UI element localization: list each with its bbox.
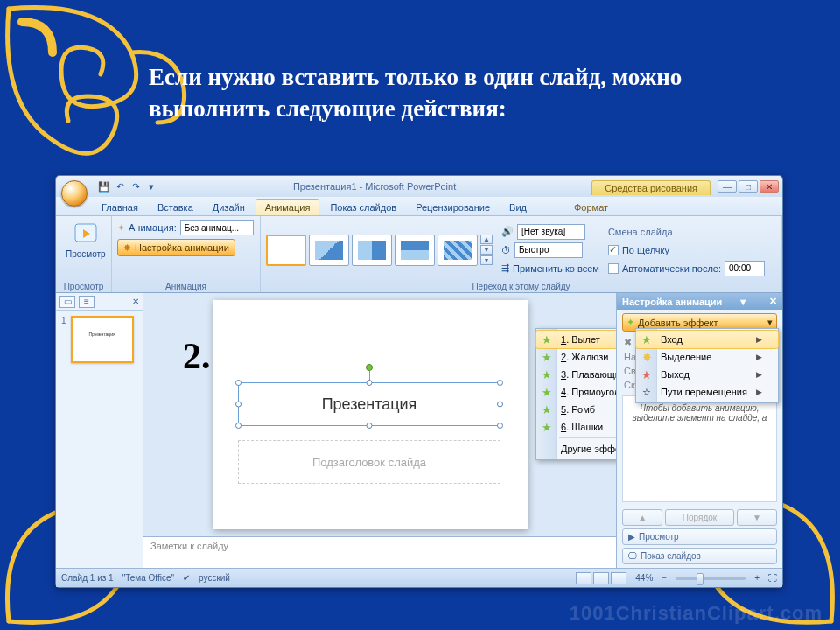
more-effects-item[interactable]: Другие эффекты...	[536, 440, 616, 458]
notes-pane[interactable]: Заметки к слайду	[144, 536, 616, 568]
category-exit[interactable]: ★ Выход▶	[636, 366, 778, 383]
tab-home[interactable]: Главная	[93, 200, 147, 215]
auto-after-time[interactable]	[724, 261, 765, 276]
resize-handle[interactable]	[367, 423, 373, 429]
save-icon[interactable]: 💾	[98, 180, 110, 192]
transition-item[interactable]	[438, 234, 478, 266]
spellcheck-icon[interactable]: ✔	[183, 573, 190, 583]
rotate-handle[interactable]	[366, 364, 373, 371]
effect-item-float[interactable]: ★ 3. Плавающий	[536, 366, 616, 383]
fit-to-window-button[interactable]: ⛶	[768, 573, 777, 583]
subtitle-placeholder[interactable]: Подзаголовок слайда	[238, 440, 500, 484]
play-icon: ▶	[628, 532, 635, 542]
transition-gallery[interactable]: ▲▼▾	[266, 234, 493, 266]
contextual-tab-title: Средства рисования	[592, 180, 710, 195]
normal-view-button[interactable]	[576, 572, 592, 584]
title-placeholder[interactable]: Презентация	[238, 382, 500, 426]
transition-item[interactable]	[395, 234, 435, 266]
effect-icon: ★	[541, 421, 553, 433]
effect-item-fly[interactable]: ★ 1. Вылет	[536, 331, 616, 348]
resize-handle[interactable]	[497, 380, 503, 386]
instruction-heading: Если нужно вставить только в один слайд,…	[149, 61, 761, 125]
dropdown-arrow-icon: ▾	[767, 317, 773, 328]
slides-tab[interactable]: ▭	[60, 296, 75, 308]
transition-item[interactable]	[309, 234, 349, 266]
slide-canvas[interactable]: Презентация Подзаголовок слайда	[214, 300, 528, 529]
resize-handle[interactable]	[235, 402, 242, 408]
resize-handle[interactable]	[497, 402, 503, 408]
title-bar: 💾 ↶ ↷ ▾ Презентация1 - Microsoft PowerPo…	[56, 176, 782, 197]
on-click-checkbox[interactable]	[608, 245, 619, 256]
undo-icon[interactable]: ↶	[114, 180, 126, 192]
resize-handle[interactable]	[497, 423, 503, 429]
panel-close-icon[interactable]: ✕	[132, 297, 139, 306]
tab-slideshow[interactable]: Показ слайдов	[321, 200, 405, 215]
reorder-up-button: ▲	[622, 509, 662, 526]
order-button: Порядок	[665, 509, 734, 526]
zoom-in-button[interactable]: +	[754, 573, 760, 583]
zoom-slider[interactable]	[676, 577, 746, 580]
apply-all-icon: ⇶	[501, 262, 509, 274]
title-text[interactable]: Презентация	[322, 396, 417, 414]
view-buttons	[576, 572, 626, 584]
ribbon: Просмотр Просмотр ✦ Анимация: ✸ Настройк…	[56, 216, 782, 293]
resize-handle[interactable]	[367, 380, 373, 386]
minimize-button[interactable]: —	[718, 180, 737, 192]
transition-speed-combo[interactable]	[514, 242, 583, 258]
slide-canvas-area[interactable]: 2. Презентация	[144, 293, 616, 536]
thumb-number: 1	[61, 316, 66, 326]
transition-none[interactable]	[266, 234, 306, 266]
maximize-button[interactable]: □	[738, 180, 758, 192]
preview-button[interactable]: Просмотр	[61, 219, 110, 262]
on-click-label: По щелчку	[622, 245, 669, 256]
zoom-percent[interactable]: 44%	[635, 573, 653, 583]
close-button[interactable]: ✕	[760, 180, 779, 192]
effect-item-box[interactable]: ★ 4. Прямоугольник	[536, 383, 616, 401]
custom-animation-button[interactable]: ✸ Настройка анимации	[117, 239, 235, 256]
category-entrance[interactable]: ★ Вход▶	[636, 331, 778, 348]
emphasis-icon: ✸	[640, 351, 653, 363]
redo-icon[interactable]: ↷	[130, 180, 142, 192]
sorter-view-button[interactable]	[593, 572, 609, 584]
taskpane-menu-icon[interactable]: ▼	[738, 297, 748, 307]
speed-icon: ⏱	[501, 245, 511, 256]
slide-counter: Слайд 1 из 1	[61, 573, 114, 583]
theme-name: "Тема Office"	[122, 573, 174, 583]
tab-insert[interactable]: Вставка	[149, 200, 202, 215]
category-motion-path[interactable]: ☆ Пути перемещения▶	[636, 383, 778, 401]
tab-review[interactable]: Рецензирование	[407, 200, 499, 215]
slideshow-view-button[interactable]	[611, 572, 626, 584]
category-emphasis[interactable]: ✸ Выделение▶	[636, 348, 778, 366]
transition-sound-combo[interactable]	[517, 224, 585, 240]
gallery-scroll[interactable]: ▲▼▾	[480, 234, 493, 265]
tab-format[interactable]: Формат	[565, 200, 617, 215]
effect-category-menu: ★ Вход▶ ✸ Выделение▶ ★ Выход▶ ☆ Пути пер…	[635, 328, 779, 403]
tab-design[interactable]: Дизайн	[204, 200, 254, 215]
slide-thumbnail[interactable]: Презентация	[71, 316, 134, 363]
zoom-out-button[interactable]: −	[662, 573, 667, 583]
auto-after-checkbox[interactable]	[608, 263, 619, 274]
advance-header: Смена слайда	[608, 223, 765, 241]
sound-icon: 🔊	[501, 226, 514, 237]
qat-dropdown-icon[interactable]: ▾	[145, 180, 158, 192]
effect-item-blinds[interactable]: ★ 2. Жалюзи	[536, 348, 616, 366]
add-effect-star-icon: ✦	[626, 317, 634, 328]
taskpane-close-icon[interactable]: ✕	[769, 296, 777, 307]
gear-star-icon: ✸	[123, 242, 131, 254]
transition-item[interactable]	[352, 234, 392, 266]
remove-icon: ✖	[624, 337, 632, 348]
taskpane-preview-button[interactable]: ▶Просмотр	[622, 528, 777, 545]
resize-handle[interactable]	[235, 423, 242, 429]
effect-icon: ★	[541, 333, 553, 346]
effect-item-diamond[interactable]: ★ 5. Ромб	[536, 401, 616, 418]
effect-item-checker[interactable]: ★ 6. Шашки	[536, 418, 616, 436]
office-button[interactable]	[61, 180, 88, 206]
resize-handle[interactable]	[235, 380, 242, 386]
tab-view[interactable]: Вид	[500, 200, 536, 215]
taskpane-slideshow-button[interactable]: 🖵Показ слайдов	[622, 548, 777, 564]
outline-tab[interactable]: ≡	[79, 296, 94, 308]
language-indicator[interactable]: русский	[199, 573, 230, 583]
apply-to-all-button[interactable]: ⇶ Применить ко всем	[501, 260, 599, 277]
tab-animation[interactable]: Анимация	[256, 199, 320, 215]
animation-combo[interactable]	[180, 220, 254, 235]
